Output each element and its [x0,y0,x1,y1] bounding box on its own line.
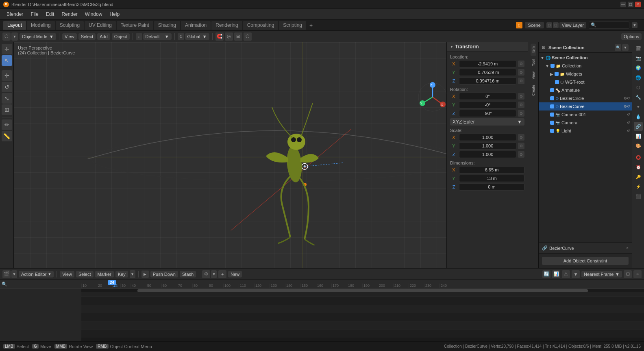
object-menu[interactable]: Object [112,33,130,40]
props-grid[interactable]: ⬛ [634,192,643,201]
transform-panel-header[interactable]: ▼ Transform [447,42,528,52]
constraint-close[interactable]: × [626,246,629,250]
nearest-frame-dropdown[interactable]: Nearest Frame ▼ [581,271,622,277]
select-tool[interactable]: ↖ [2,55,12,66]
beziercurve-visibility[interactable] [550,104,554,108]
props-output[interactable]: 📷 [634,54,643,63]
dim-z-value[interactable]: 0 m [459,183,524,191]
tab-compositing[interactable]: Compositing [243,21,278,30]
props-star[interactable]: ⚡ [634,182,643,191]
props-particles[interactable]: ✦ [634,102,643,111]
scale-y-copy[interactable]: ⊙ [518,143,524,149]
annotate-tool[interactable]: ✏ [2,119,12,130]
scale-tool[interactable]: ⤡ [2,93,12,104]
bottom-normalize-icon[interactable]: ≈ [633,270,642,278]
tab-sculpting[interactable]: Sculpting [56,21,84,30]
tab-texture-paint[interactable]: Texture Paint [117,21,153,30]
rotation-y-value[interactable]: -0° [459,101,516,108]
bottom-editor-arrow[interactable]: ▼ [11,270,17,278]
minimize-button[interactable]: — [620,2,626,7]
side-tab-item[interactable]: Item [531,44,536,56]
outliner-item-light[interactable]: 💡 Light ↺ [539,127,632,135]
orientation-dropdown[interactable]: Default ▼ [143,33,172,40]
measure-tool[interactable]: 📏 [2,131,12,141]
scale-y-value[interactable]: 1.000 [459,142,516,150]
location-y-value[interactable]: -0.70539 m [459,69,516,76]
rotation-x-value[interactable]: 0° [459,93,516,100]
mode-dropdown[interactable]: Object Mode ▼ [20,33,56,40]
outliner-item-camera001[interactable]: 📷 Camera.001 ↺ [539,110,632,119]
menu-edit[interactable]: Edit [43,11,58,18]
outliner-item-armature[interactable]: 🦴 Armature [539,86,632,94]
add-marker-icon[interactable]: + [218,270,226,278]
bottom-view-menu[interactable]: View [60,271,74,277]
pivot-dropdown[interactable]: Global ▼ [185,33,209,40]
menu-help[interactable]: Help [106,11,123,18]
filter-icon[interactable]: ▼ [572,270,580,278]
dim-y-value[interactable]: 13 m [459,175,524,182]
props-scene[interactable]: 🌍 [634,63,643,72]
tab-scripting[interactable]: Scripting [279,21,306,30]
scale-z-copy[interactable]: ⊙ [518,151,524,158]
armature-visibility[interactable] [550,88,554,92]
light-visibility[interactable] [550,129,554,133]
dim-x-value[interactable]: 6.65 m [459,166,524,173]
collection-visibility[interactable] [550,64,555,68]
props-wrench[interactable]: 🔑 [634,172,643,181]
location-z-value[interactable]: 0.094716 m [459,77,516,84]
bottom-editor-icon[interactable]: 🎬 [2,270,11,278]
scale-x-copy[interactable]: ⊙ [518,134,524,141]
scale-z-value[interactable]: 1.000 [459,151,516,158]
props-data[interactable]: 📊 [634,132,643,141]
nla-icon[interactable]: 📊 [552,270,560,278]
outliner-type-icon[interactable]: ⊞ [542,45,545,50]
camera001-visibility[interactable] [550,113,554,117]
wgt-visibility[interactable] [555,80,559,84]
props-render[interactable]: 🎬 [634,44,643,53]
scene-dropdown[interactable]: Scene [525,22,544,28]
props-physics[interactable]: 💧 [634,112,643,121]
sync-icon[interactable]: 🔄 [542,270,550,278]
add-workspace-button[interactable]: + [307,20,315,30]
key-filter-arrow[interactable]: ▼ [130,270,135,278]
rotation-z-copy[interactable]: ⊙ [518,110,524,117]
outliner-item-beziercurve[interactable]: ⊙ BezierCurve ⚙↺ [539,102,632,110]
viewport[interactable]: User Perspective (24) Collection | Bezie… [14,42,538,268]
side-tab-view[interactable]: View [531,69,536,82]
xray-icon[interactable]: ⬡ [244,32,252,41]
bottom-marker-menu[interactable]: Marker [95,271,114,277]
add-menu[interactable]: Add [97,33,110,40]
playback-icon[interactable]: ⚙ [202,270,210,278]
editor-type-arrow[interactable]: ▼ [11,32,18,41]
tab-uv-editing[interactable]: UV Editing [85,21,116,30]
outliner-item-camera[interactable]: 📷 Camera ↺ [539,119,632,127]
close-button[interactable]: × [635,2,641,7]
outliner-item-collection[interactable]: ▼ 📁 Collection [539,62,632,70]
stash-button[interactable]: Stash [180,271,196,277]
props-material[interactable]: 🎨 [634,141,643,150]
options-button[interactable]: Options [621,33,642,40]
menu-file[interactable]: File [27,11,41,18]
timeline-scrollbar-thumb[interactable] [137,289,587,292]
props-modifiers[interactable]: 🔧 [634,93,643,102]
push-down-button[interactable]: Push Down [150,271,178,277]
menu-window[interactable]: Window [82,11,106,18]
tab-animation[interactable]: Animation [181,21,211,30]
outliner-item-wgt[interactable]: ⬡ WGT-root [539,78,632,86]
overlay-icon[interactable]: ⊞ [234,32,242,41]
tab-shading[interactable]: Shading [154,21,180,30]
location-y-copy[interactable]: ⊙ [518,69,524,76]
euler-dropdown[interactable]: XYZ Euler ▼ [450,118,524,126]
timeline-scrollbar[interactable] [81,289,644,292]
view-layer-dropdown[interactable]: View Layer [559,22,586,28]
cursor-tool[interactable]: ✛ [2,44,12,54]
window-controls[interactable]: — □ × [620,2,641,7]
rotation-y-copy[interactable]: ⊙ [518,102,524,108]
nav-gizmo[interactable]: Z X Y [416,81,449,115]
rotation-z-value[interactable]: -90° [459,110,516,117]
new-action-button[interactable]: New [228,271,242,277]
menu-blender[interactable]: Blender [3,11,26,18]
warning-icon[interactable]: ⚠ [562,270,570,278]
location-z-copy[interactable]: ⊙ [518,78,524,84]
filter-icon[interactable]: ▼ [632,22,637,28]
